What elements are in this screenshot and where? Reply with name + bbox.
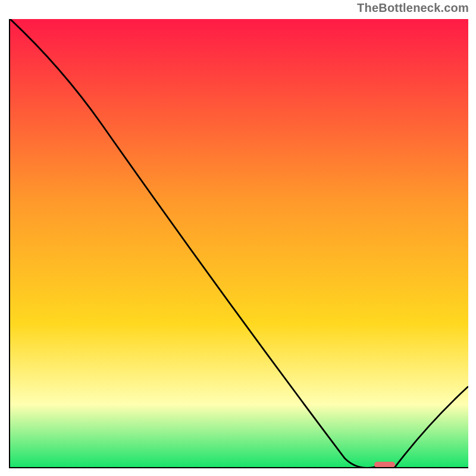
bottleneck-curve (10, 19, 468, 467)
chart-container: TheBottleneck.com (0, 0, 476, 476)
watermark-text: TheBottleneck.com (357, 1, 469, 15)
optimal-range-marker (374, 462, 395, 468)
plot-area (9, 19, 468, 468)
